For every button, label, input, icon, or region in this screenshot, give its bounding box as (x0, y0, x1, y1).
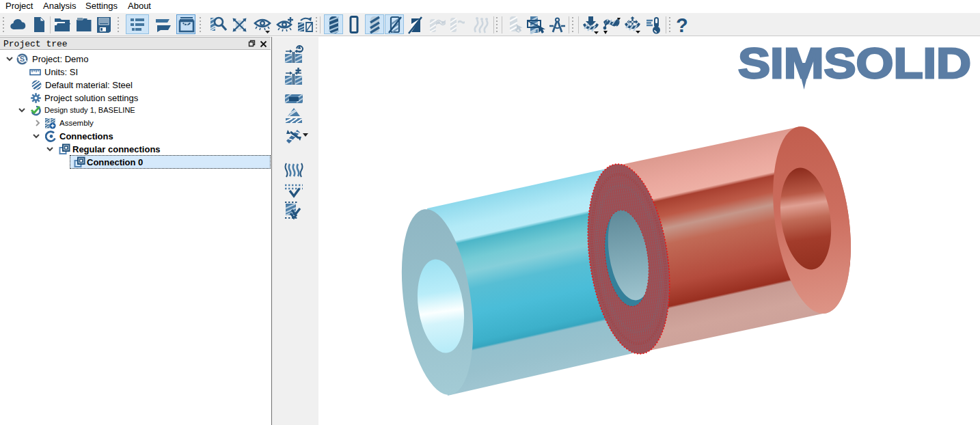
svg-text:S: S (20, 55, 25, 63)
